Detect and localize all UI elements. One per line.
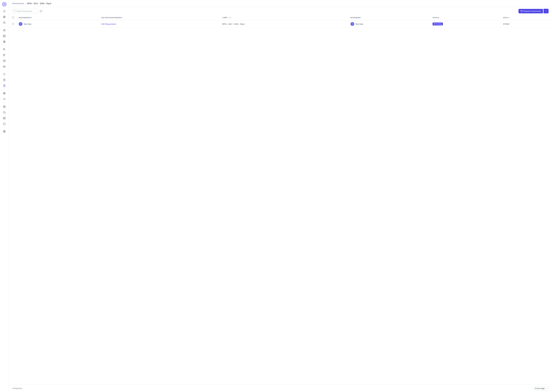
sidebar-icon-target[interactable] bbox=[2, 91, 7, 96]
col-status: STATUS bbox=[430, 15, 501, 20]
responses-table: RESPONDENTS SECTION RESPONDENTS LABEL i … bbox=[9, 15, 552, 28]
app-logo[interactable] bbox=[2, 2, 7, 7]
sidebar-icon-cube-group[interactable] bbox=[2, 34, 7, 39]
svg-rect-32 bbox=[3, 117, 5, 119]
sidebar-icon-notification[interactable] bbox=[2, 9, 7, 14]
reviewer-avatar: F bbox=[350, 22, 354, 26]
footer: 1 Response 10 per page bbox=[9, 385, 552, 392]
status-label: Pending bbox=[436, 23, 442, 25]
sidebar-icon-gift[interactable] bbox=[2, 129, 7, 134]
sidebar-icon-monitor[interactable] bbox=[2, 121, 7, 126]
search-icon bbox=[14, 10, 15, 12]
toolbar: Request Assessment ⋮ bbox=[9, 7, 552, 15]
edit-respondents-link[interactable]: Edit Respondents bbox=[101, 23, 116, 25]
svg-point-41 bbox=[14, 10, 15, 12]
sidebar-icon-id[interactable] bbox=[2, 64, 7, 69]
search-box[interactable] bbox=[12, 9, 38, 13]
row-checkbox-cell bbox=[9, 20, 16, 28]
sidebar-icon-globe2[interactable] bbox=[2, 39, 7, 44]
response-count: 1 Response bbox=[12, 387, 22, 389]
sidebar-icon-audit[interactable] bbox=[2, 77, 7, 83]
sidebar-icon-table[interactable] bbox=[2, 116, 7, 121]
sidebar-icon-data[interactable] bbox=[2, 58, 7, 63]
sidebar-icon-globe[interactable] bbox=[2, 14, 7, 20]
svg-point-13 bbox=[3, 49, 4, 49]
row-date-cell: 07/30/2 bbox=[501, 20, 552, 28]
respondent-name: Test User bbox=[24, 23, 31, 25]
col-label: LABEL i bbox=[220, 15, 348, 20]
svg-line-18 bbox=[5, 75, 5, 75]
table-row: F Test User Edit Respondents DPIA - JULY… bbox=[9, 20, 552, 28]
sidebar-icon-team[interactable] bbox=[2, 47, 7, 52]
toolbar-left bbox=[12, 9, 43, 13]
sidebar-divider-3 bbox=[2, 70, 7, 70]
sidebar-icon-fingerprint[interactable] bbox=[2, 53, 7, 58]
sidebar-icon-cube[interactable] bbox=[2, 28, 7, 33]
svg-point-4 bbox=[3, 22, 4, 22]
sidebar-icon-list[interactable] bbox=[2, 97, 7, 102]
row-label-cell: DPIA - JULY - 2024 - Org A bbox=[220, 20, 348, 28]
select-all-checkbox[interactable] bbox=[12, 16, 14, 19]
svg-point-46 bbox=[434, 24, 435, 24]
per-page-selector[interactable]: 10 per page bbox=[533, 386, 549, 390]
table-header: RESPONDENTS SECTION RESPONDENTS LABEL i … bbox=[9, 15, 552, 20]
row-reviewer-cell: F Test User bbox=[348, 20, 430, 28]
sidebar-icon-grid[interactable] bbox=[2, 104, 7, 109]
svg-rect-7 bbox=[4, 35, 5, 36]
request-assessment-button[interactable]: Request Assessment bbox=[518, 9, 543, 13]
reviewer-name: Test User bbox=[355, 23, 363, 25]
svg-point-2 bbox=[4, 4, 5, 5]
more-options-icon: ⋮ bbox=[545, 10, 547, 12]
chevron-down-icon bbox=[545, 388, 547, 389]
sidebar-icon-eye-off[interactable] bbox=[2, 110, 7, 115]
label-info-icon: i bbox=[229, 17, 231, 19]
more-options-button[interactable]: ⋮ bbox=[544, 9, 549, 13]
toolbar-right: Request Assessment ⋮ bbox=[518, 9, 549, 13]
search-input[interactable] bbox=[16, 10, 36, 12]
svg-point-12 bbox=[4, 49, 5, 49]
svg-rect-28 bbox=[4, 106, 5, 106]
svg-point-17 bbox=[3, 73, 5, 75]
svg-point-21 bbox=[4, 93, 5, 94]
main-content: Assessments › DPIA - JULY - 2024 - Org A… bbox=[9, 0, 552, 392]
svg-point-19 bbox=[4, 80, 4, 80]
col-date: DATE C bbox=[501, 15, 552, 20]
breadcrumb-parent[interactable]: Assessments bbox=[12, 2, 24, 5]
status-badge: Pending bbox=[433, 22, 443, 25]
svg-rect-9 bbox=[4, 36, 5, 37]
svg-rect-36 bbox=[3, 123, 5, 125]
header: Assessments › DPIA - JULY - 2024 - Org A bbox=[9, 0, 552, 7]
col-respondents: RESPONDENTS bbox=[16, 15, 99, 20]
respondent-avatar: F bbox=[19, 22, 22, 26]
request-assessment-label: Request Assessment bbox=[523, 10, 541, 12]
row-respondent-cell: F Test User bbox=[16, 20, 99, 28]
row-checkbox[interactable] bbox=[12, 23, 14, 25]
svg-rect-6 bbox=[3, 35, 4, 36]
col-section-respondents: SECTION RESPONDENTS bbox=[99, 15, 220, 20]
status-dot bbox=[434, 23, 435, 25]
col-checkbox bbox=[9, 15, 16, 20]
row-status-cell: Pending bbox=[430, 20, 501, 28]
sidebar-icon-file-shield[interactable] bbox=[2, 83, 7, 88]
svg-point-14 bbox=[3, 60, 5, 61]
table-container: RESPONDENTS SECTION RESPONDENTS LABEL i … bbox=[9, 15, 552, 385]
col-reviewers: REVIEWERS bbox=[348, 15, 430, 20]
table-body: F Test User Edit Respondents DPIA - JULY… bbox=[9, 20, 552, 28]
add-button[interactable] bbox=[39, 9, 43, 13]
sidebar bbox=[0, 0, 9, 392]
sidebar-icon-search[interactable] bbox=[2, 72, 7, 77]
row-section-respondents-cell: Edit Respondents bbox=[99, 20, 220, 28]
svg-rect-29 bbox=[3, 107, 4, 108]
breadcrumb-separator: › bbox=[25, 2, 26, 5]
svg-line-42 bbox=[15, 11, 15, 12]
row-label-value: DPIA - JULY - 2024 - Org A bbox=[222, 23, 245, 25]
sidebar-divider-1 bbox=[2, 26, 7, 27]
svg-point-22 bbox=[4, 93, 4, 94]
sidebar-icon-users[interactable] bbox=[2, 20, 7, 25]
row-date-value: 07/30/2 bbox=[503, 23, 509, 25]
svg-rect-27 bbox=[3, 106, 4, 106]
svg-point-16 bbox=[4, 66, 4, 67]
svg-rect-30 bbox=[4, 107, 5, 108]
sidebar-divider-4 bbox=[2, 89, 7, 90]
svg-rect-8 bbox=[3, 36, 4, 37]
